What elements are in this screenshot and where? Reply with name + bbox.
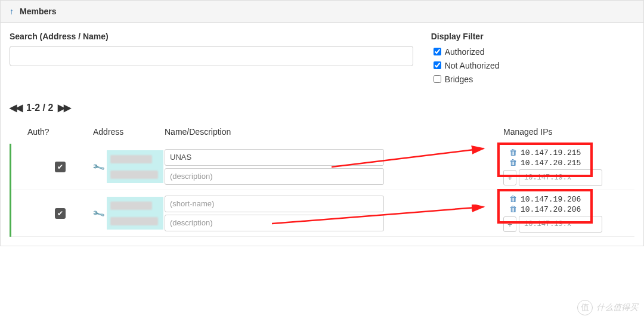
delete-ip-icon[interactable]: 🗑	[509, 195, 517, 204]
delete-ip-icon[interactable]: 🗑	[509, 205, 517, 214]
ip-text: 10.147.20.206	[521, 205, 581, 214]
pager-last-icon[interactable]: ▶▶	[58, 102, 70, 113]
auth-checkbox[interactable]: ✔	[55, 162, 66, 172]
wrench-icon[interactable]: 🔧	[91, 160, 105, 173]
add-ip-button[interactable]: +	[503, 216, 516, 232]
watermark-text: 什么值得买	[596, 302, 638, 313]
filter-bridges[interactable]: Bridges	[431, 73, 634, 85]
collapse-arrow-icon: ↑	[10, 7, 14, 16]
member-name-input[interactable]	[165, 149, 384, 166]
search-input[interactable]	[10, 46, 413, 66]
delete-ip-icon[interactable]: 🗑	[509, 159, 517, 168]
filter-not-authorized-checkbox[interactable]	[434, 61, 441, 69]
managed-ip: 🗑 10.147.19.215	[503, 148, 634, 157]
col-ips: Managed IPs	[503, 127, 634, 137]
filter-not-authorized-label: Not Authorized	[445, 61, 500, 70]
member-desc-input[interactable]	[165, 168, 384, 185]
col-address: Address	[93, 127, 165, 137]
table-header: Auth? Address Name/Description Managed I…	[10, 122, 634, 144]
panel-title: Members	[20, 7, 56, 16]
managed-ip: 🗑 10.147.19.206	[503, 195, 634, 204]
ip-text: 10.147.19.206	[521, 195, 581, 204]
ip-text: 10.147.19.215	[521, 148, 581, 157]
filter-bridges-label: Bridges	[445, 75, 473, 84]
members-panel-header[interactable]: ↑ Members	[1, 1, 643, 23]
filter-bridges-checkbox[interactable]	[434, 75, 441, 83]
filter-not-authorized[interactable]: Not Authorized	[431, 60, 634, 71]
pager-first-icon[interactable]: ◀◀	[10, 102, 21, 113]
delete-ip-icon[interactable]: 🗑	[509, 148, 517, 157]
col-name: Name/Description	[165, 127, 503, 137]
member-address[interactable]	[107, 197, 163, 230]
watermark-badge-icon: 值	[577, 300, 593, 315]
member-desc-input[interactable]	[165, 215, 384, 231]
add-ip-button[interactable]: +	[503, 170, 516, 185]
col-auth: Auth?	[27, 127, 93, 137]
watermark: 值 什么值得买	[577, 300, 638, 315]
add-ip-input[interactable]	[519, 216, 602, 233]
display-filter-label: Display Filter	[431, 32, 634, 41]
pager-text: 1-2 / 2	[26, 103, 53, 113]
filter-authorized[interactable]: Authorized	[431, 46, 634, 57]
wrench-icon[interactable]: 🔧	[91, 206, 105, 219]
table-row: ✔ 🔧	[11, 190, 634, 237]
auth-checkbox[interactable]: ✔	[55, 208, 66, 219]
filter-authorized-checkbox[interactable]	[434, 48, 441, 55]
ip-text: 10.147.20.215	[521, 159, 581, 168]
search-label: Search (Address / Name)	[10, 32, 413, 41]
add-ip-input[interactable]	[519, 169, 602, 186]
managed-ip: 🗑 10.147.20.215	[503, 159, 634, 168]
table-row: ✔ 🔧	[11, 144, 634, 190]
member-address[interactable]	[107, 150, 163, 183]
member-name-input[interactable]	[165, 196, 384, 212]
filter-authorized-label: Authorized	[445, 47, 485, 57]
pager: ◀◀ 1-2 / 2 ▶▶	[10, 102, 634, 113]
managed-ip: 🗑 10.147.20.206	[503, 205, 634, 214]
